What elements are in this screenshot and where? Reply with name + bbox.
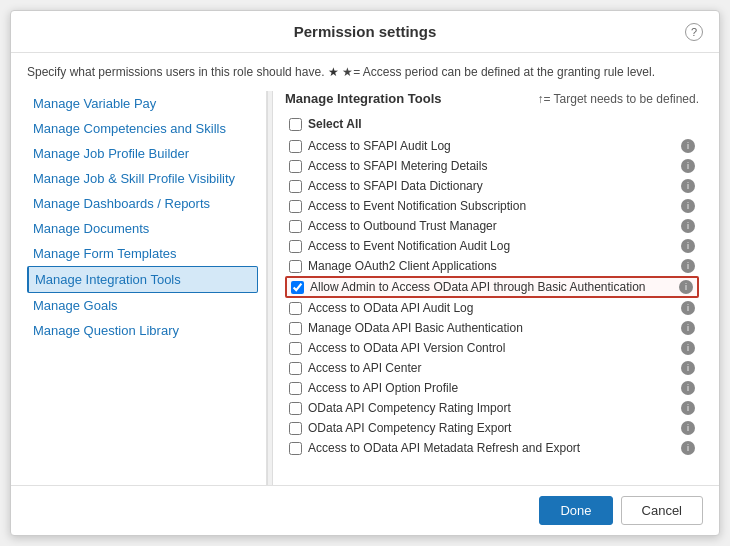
permission-item-event-notif-audit: Access to Event Notification Audit Logi xyxy=(285,236,699,256)
select-all-label: Select All xyxy=(308,117,362,131)
info-icon-outbound-trust[interactable]: i xyxy=(681,219,695,233)
sidebar-item-manage-job-profile[interactable]: Manage Job Profile Builder xyxy=(27,141,258,166)
target-note: ↑= Target needs to be defined. xyxy=(537,92,699,106)
sidebar-item-manage-form-templates[interactable]: Manage Form Templates xyxy=(27,241,258,266)
sidebar-item-manage-question-library[interactable]: Manage Question Library xyxy=(27,318,258,343)
info-icon-odata-basic-auth[interactable]: i xyxy=(679,280,693,294)
permission-item-odata-version-control: Access to OData API Version Controli xyxy=(285,338,699,358)
info-icon-odata-metadata-refresh[interactable]: i xyxy=(681,441,695,455)
done-button[interactable]: Done xyxy=(539,496,612,525)
dialog-title: Permission settings xyxy=(294,23,437,40)
checkbox-odata-version-control[interactable] xyxy=(289,342,302,355)
info-icon-odata-audit-log[interactable]: i xyxy=(681,301,695,315)
permission-label-api-option-profile: Access to API Option Profile xyxy=(308,381,675,395)
checkbox-event-notif-sub[interactable] xyxy=(289,200,302,213)
permission-label-odata-basic-auth: Allow Admin to Access OData API through … xyxy=(310,280,673,294)
content-area: Manage Variable PayManage Competencies a… xyxy=(27,91,703,485)
cancel-button[interactable]: Cancel xyxy=(621,496,703,525)
checkbox-odata-metadata-refresh[interactable] xyxy=(289,442,302,455)
sidebar-item-manage-documents[interactable]: Manage Documents xyxy=(27,216,258,241)
select-all-checkbox[interactable] xyxy=(289,118,302,131)
info-icon-oauth2-client[interactable]: i xyxy=(681,259,695,273)
permission-label-sfapi-data-dict: Access to SFAPI Data Dictionary xyxy=(308,179,675,193)
checkbox-manage-odata-basic[interactable] xyxy=(289,322,302,335)
checkbox-outbound-trust[interactable] xyxy=(289,220,302,233)
checkbox-odata-competency-import[interactable] xyxy=(289,402,302,415)
permission-label-api-center: Access to API Center xyxy=(308,361,675,375)
permission-item-oauth2-client: Manage OAuth2 Client Applicationsi xyxy=(285,256,699,276)
checkbox-api-center[interactable] xyxy=(289,362,302,375)
permission-item-api-center: Access to API Centeri xyxy=(285,358,699,378)
info-icon-odata-version-control[interactable]: i xyxy=(681,341,695,355)
permission-label-odata-competency-export: OData API Competency Rating Export xyxy=(308,421,675,435)
checkbox-odata-audit-log[interactable] xyxy=(289,302,302,315)
permission-label-odata-metadata-refresh: Access to OData API Metadata Refresh and… xyxy=(308,441,675,455)
permission-label-event-notif-audit: Access to Event Notification Audit Log xyxy=(308,239,675,253)
sidebar-item-manage-variable-pay[interactable]: Manage Variable Pay xyxy=(27,91,258,116)
dialog-footer: Done Cancel xyxy=(11,485,719,535)
left-nav-panel: Manage Variable PayManage Competencies a… xyxy=(27,91,267,485)
permission-label-odata-competency-import: OData API Competency Rating Import xyxy=(308,401,675,415)
permission-label-outbound-trust: Access to Outbound Trust Manager xyxy=(308,219,675,233)
info-icon-event-notif-audit[interactable]: i xyxy=(681,239,695,253)
sidebar-item-manage-integration-tools[interactable]: Manage Integration Tools xyxy=(27,266,258,293)
sidebar-item-manage-competencies[interactable]: Manage Competencies and Skills xyxy=(27,116,258,141)
permission-item-sfapi-metering: Access to SFAPI Metering Detailsi xyxy=(285,156,699,176)
info-icon-odata-competency-import[interactable]: i xyxy=(681,401,695,415)
permission-item-odata-competency-export: OData API Competency Rating Exporti xyxy=(285,418,699,438)
description-text: Specify what permissions users in this r… xyxy=(27,65,703,79)
info-icon-api-option-profile[interactable]: i xyxy=(681,381,695,395)
info-icon-api-center[interactable]: i xyxy=(681,361,695,375)
info-icon-odata-competency-export[interactable]: i xyxy=(681,421,695,435)
help-icon[interactable]: ? xyxy=(685,23,703,41)
checkbox-odata-competency-export[interactable] xyxy=(289,422,302,435)
checkbox-odata-basic-auth[interactable] xyxy=(291,281,304,294)
permission-item-sfapi-data-dict: Access to SFAPI Data Dictionaryi xyxy=(285,176,699,196)
permission-item-manage-odata-basic: Manage OData API Basic Authenticationi xyxy=(285,318,699,338)
permission-label-sfapi-metering: Access to SFAPI Metering Details xyxy=(308,159,675,173)
permission-item-api-option-profile: Access to API Option Profilei xyxy=(285,378,699,398)
permission-label-sfapi-audit-log: Access to SFAPI Audit Log xyxy=(308,139,675,153)
sidebar-item-manage-job-skill[interactable]: Manage Job & Skill Profile Visibility xyxy=(27,166,258,191)
select-all-item: Select All xyxy=(285,114,699,134)
info-icon-manage-odata-basic[interactable]: i xyxy=(681,321,695,335)
checkbox-sfapi-data-dict[interactable] xyxy=(289,180,302,193)
info-icon-sfapi-metering[interactable]: i xyxy=(681,159,695,173)
sidebar-item-manage-dashboards[interactable]: Manage Dashboards / Reports xyxy=(27,191,258,216)
permission-label-odata-audit-log: Access to OData API Audit Log xyxy=(308,301,675,315)
permission-item-outbound-trust: Access to Outbound Trust Manageri xyxy=(285,216,699,236)
permission-item-odata-metadata-refresh: Access to OData API Metadata Refresh and… xyxy=(285,438,699,458)
permission-settings-dialog: Permission settings ? Specify what permi… xyxy=(10,10,720,536)
checkbox-oauth2-client[interactable] xyxy=(289,260,302,273)
info-icon-event-notif-sub[interactable]: i xyxy=(681,199,695,213)
info-icon-sfapi-audit-log[interactable]: i xyxy=(681,139,695,153)
right-panel: Manage Integration Tools ↑= Target needs… xyxy=(273,91,703,485)
right-panel-header: Manage Integration Tools ↑= Target needs… xyxy=(285,91,699,106)
permission-item-odata-basic-auth: Allow Admin to Access OData API through … xyxy=(285,276,699,298)
permission-label-manage-odata-basic: Manage OData API Basic Authentication xyxy=(308,321,675,335)
permission-item-odata-audit-log: Access to OData API Audit Logi xyxy=(285,298,699,318)
info-icon-sfapi-data-dict[interactable]: i xyxy=(681,179,695,193)
permission-item-odata-competency-import: OData API Competency Rating Importi xyxy=(285,398,699,418)
dialog-header: Permission settings ? xyxy=(11,11,719,53)
checkbox-api-option-profile[interactable] xyxy=(289,382,302,395)
sidebar-item-manage-goals[interactable]: Manage Goals xyxy=(27,293,258,318)
checkbox-sfapi-audit-log[interactable] xyxy=(289,140,302,153)
permission-label-event-notif-sub: Access to Event Notification Subscriptio… xyxy=(308,199,675,213)
permission-label-odata-version-control: Access to OData API Version Control xyxy=(308,341,675,355)
permission-label-oauth2-client: Manage OAuth2 Client Applications xyxy=(308,259,675,273)
right-panel-title: Manage Integration Tools xyxy=(285,91,442,106)
checkbox-event-notif-audit[interactable] xyxy=(289,240,302,253)
permissions-list: Access to SFAPI Audit LogiAccess to SFAP… xyxy=(285,136,699,458)
permission-item-sfapi-audit-log: Access to SFAPI Audit Logi xyxy=(285,136,699,156)
checkbox-sfapi-metering[interactable] xyxy=(289,160,302,173)
permission-item-event-notif-sub: Access to Event Notification Subscriptio… xyxy=(285,196,699,216)
dialog-body: Specify what permissions users in this r… xyxy=(11,53,719,485)
